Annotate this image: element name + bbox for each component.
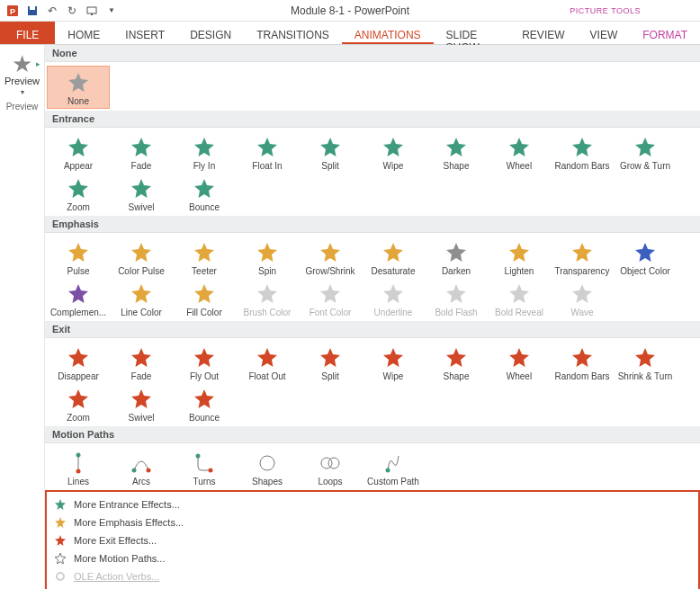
tab-animations[interactable]: ANIMATIONS: [342, 22, 434, 44]
animation-spin[interactable]: Spin: [236, 236, 299, 278]
tab-view[interactable]: VIEW: [578, 22, 631, 44]
star-icon: [47, 451, 110, 476]
animation-wipex[interactable]: Wipe: [362, 342, 425, 383]
animation-label: Pulse: [47, 266, 110, 276]
start-slideshow-icon[interactable]: [83, 2, 101, 20]
undo-icon[interactable]: ↶: [43, 2, 61, 20]
animation-turns[interactable]: Turns: [173, 447, 236, 488]
animation-none[interactable]: None: [47, 66, 110, 109]
animation-bounce[interactable]: Bounce: [173, 173, 236, 214]
redo-icon[interactable]: ↻: [63, 2, 81, 20]
svg-marker-13: [446, 138, 466, 156]
animation-swivel[interactable]: Swivel: [110, 173, 173, 214]
star-icon: [110, 176, 173, 201]
animation-transparency[interactable]: Transparency: [551, 236, 614, 278]
animation-floatin[interactable]: Float In: [236, 131, 299, 173]
animation-arcs[interactable]: Arcs: [110, 447, 173, 488]
animation-shrinkturn[interactable]: Shrink & Turn: [614, 342, 677, 383]
tab-review[interactable]: REVIEW: [509, 22, 577, 44]
animation-randombars[interactable]: Random Bars: [551, 131, 614, 173]
star-icon: [110, 281, 173, 307]
animation-label: Font Color: [299, 308, 362, 317]
svg-marker-26: [446, 243, 466, 262]
animation-growturn[interactable]: Grow & Turn: [614, 131, 677, 173]
animation-pulse[interactable]: Pulse: [47, 236, 110, 278]
svg-marker-46: [509, 348, 529, 367]
app-icon: P: [4, 2, 22, 20]
animation-splitx[interactable]: Split: [299, 342, 362, 383]
animation-fadex[interactable]: Fade: [110, 342, 173, 383]
animation-lines[interactable]: Lines: [47, 447, 110, 488]
ribbon-body: ★▸ Preview ▾ Preview None None Entrance …: [0, 45, 700, 589]
qat-dropdown-icon[interactable]: ▼: [103, 2, 121, 20]
svg-marker-43: [320, 348, 340, 367]
animation-fade[interactable]: Fade: [110, 131, 173, 173]
animation-custompath[interactable]: Custom Path: [362, 447, 425, 488]
animation-desaturate[interactable]: Desaturate: [362, 236, 425, 278]
animation-label: Shape: [425, 161, 488, 171]
svg-marker-63: [55, 499, 66, 510]
animation-label: Loops: [299, 477, 362, 486]
animation-disappear[interactable]: Disappear: [47, 342, 110, 383]
animation-label: Teeter: [173, 266, 236, 276]
animation-loops[interactable]: Loops: [299, 447, 362, 488]
section-entrance-header: Entrance: [45, 111, 700, 128]
animation-label: Darken: [425, 266, 488, 276]
save-icon[interactable]: [23, 2, 41, 20]
preview-dropdown-icon[interactable]: ▾: [2, 88, 42, 96]
svg-marker-25: [383, 243, 403, 262]
tab-design[interactable]: DESIGN: [177, 22, 244, 44]
animation-zoom[interactable]: Zoom: [47, 173, 110, 214]
animation-objectcolor[interactable]: Object Color: [614, 236, 677, 278]
svg-point-67: [57, 573, 64, 580]
more-motion-paths[interactable]: More Motion Paths...: [52, 549, 693, 567]
animation-floatout[interactable]: Float Out: [236, 342, 299, 383]
animation-teeter[interactable]: Teeter: [173, 236, 236, 278]
animation-flyout[interactable]: Fly Out: [173, 342, 236, 383]
animation-shape[interactable]: Shape: [425, 131, 488, 173]
animation-shapesm[interactable]: Shapes: [236, 447, 299, 488]
more-exit-effects[interactable]: More Exit Effects...: [52, 531, 693, 549]
animation-label: Zoom: [47, 413, 110, 423]
animation-swivelx[interactable]: Swivel: [110, 383, 173, 424]
animation-darken[interactable]: Darken: [425, 236, 488, 278]
animation-appear[interactable]: Appear: [47, 131, 110, 173]
animation-growshrink[interactable]: Grow/Shrink: [299, 236, 362, 278]
tab-home[interactable]: HOME: [55, 22, 112, 44]
tab-format[interactable]: FORMAT: [630, 22, 700, 44]
star-icon: [299, 451, 362, 476]
animation-label: Custom Path: [362, 477, 425, 486]
tab-transitions[interactable]: TRANSITIONS: [244, 22, 342, 44]
animation-lighten[interactable]: Lighten: [488, 236, 551, 278]
tab-file[interactable]: FILE: [0, 22, 55, 44]
svg-marker-34: [320, 284, 340, 303]
animation-complement[interactable]: Complemen...: [47, 278, 110, 319]
quick-access-toolbar: P ↶ ↻ ▼: [0, 2, 121, 20]
star-icon: [362, 345, 425, 370]
animation-colorpulse[interactable]: Color Pulse: [110, 236, 173, 278]
tab-slideshow[interactable]: SLIDE SHOW: [434, 22, 510, 44]
svg-marker-39: [68, 348, 88, 367]
svg-marker-8: [131, 138, 151, 156]
animation-wheelx[interactable]: Wheel: [488, 342, 551, 383]
more-entrance-effects[interactable]: More Entrance Effects...: [52, 495, 693, 513]
animation-linecolor[interactable]: Line Color: [110, 278, 173, 319]
animation-bouncex[interactable]: Bounce: [173, 383, 236, 424]
animation-label: Object Color: [614, 266, 677, 276]
animation-wheel[interactable]: Wheel: [488, 131, 551, 173]
svg-marker-15: [572, 138, 592, 156]
animation-wave: Wave: [551, 278, 614, 319]
star-icon: [425, 135, 488, 160]
animation-shapex[interactable]: Shape: [425, 342, 488, 383]
animation-flyin[interactable]: Fly In: [173, 131, 236, 173]
animation-randombarsx[interactable]: Random Bars: [551, 342, 614, 383]
animation-fillcolor[interactable]: Fill Color: [173, 278, 236, 319]
tab-insert[interactable]: INSERT: [112, 22, 177, 44]
more-emphasis-effects[interactable]: More Emphasis Effects...: [52, 513, 693, 531]
star-icon: [54, 516, 67, 529]
animation-wipe[interactable]: Wipe: [362, 131, 425, 173]
animation-split[interactable]: Split: [299, 131, 362, 173]
animation-zoomx[interactable]: Zoom: [47, 383, 110, 424]
preview-button[interactable]: ★▸ Preview ▾: [2, 49, 42, 98]
star-icon: [551, 240, 614, 265]
